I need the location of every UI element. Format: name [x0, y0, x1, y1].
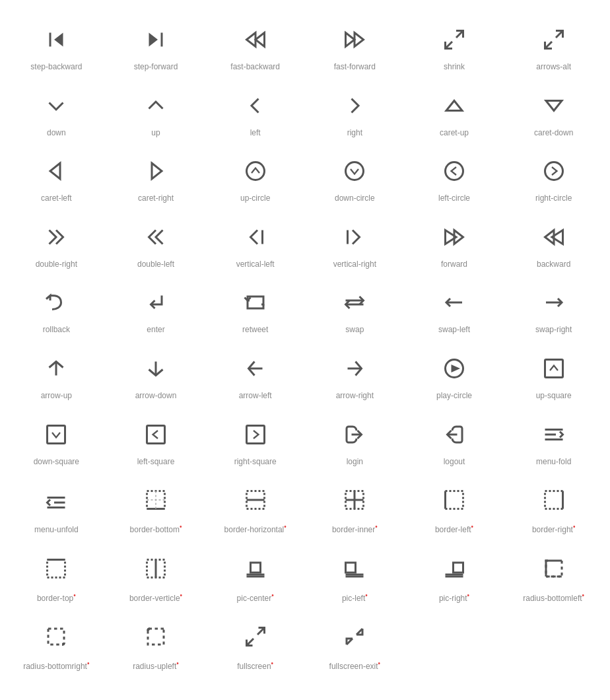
svg-rect-35 — [48, 425, 65, 443]
vertical-left-icon — [244, 221, 267, 253]
left-square-label: left-square — [137, 457, 175, 468]
icon-cell-caret-up: caret-up — [405, 79, 504, 145]
icon-cell-fullscreen: fullscreen — [205, 610, 305, 679]
icon-cell-pic-right: pic-right — [405, 542, 504, 611]
double-right-icon — [44, 221, 68, 253]
fast-backward-icon — [244, 24, 267, 55]
svg-rect-55 — [445, 491, 463, 509]
svg-line-11 — [556, 31, 563, 38]
icon-cell-swap-right: swap-right — [504, 276, 603, 342]
menu-fold-icon — [542, 419, 566, 450]
arrow-left-icon — [244, 353, 267, 384]
menu-unfold-icon — [44, 487, 68, 518]
step-forward-label: step-forward — [134, 62, 178, 73]
icon-cell-play-circle: play-circle — [405, 342, 504, 408]
fast-forward-icon — [343, 24, 366, 55]
forward-icon — [442, 221, 466, 253]
icon-cell-fast-forward: fast-forward — [305, 13, 405, 79]
down-square-icon — [44, 419, 68, 450]
radius-bottomright-icon — [44, 621, 68, 652]
caret-left-label: caret-left — [41, 193, 72, 204]
svg-point-18 — [445, 162, 463, 180]
arrows-alt-label: arrows-alt — [536, 62, 571, 73]
play-circle-icon — [442, 353, 466, 384]
logout-icon — [442, 419, 466, 450]
play-circle-label: play-circle — [436, 391, 472, 402]
svg-marker-33 — [451, 365, 460, 372]
enter-icon — [144, 287, 168, 318]
svg-rect-34 — [545, 359, 562, 377]
icon-cell-up-circle: up-circle — [205, 145, 305, 211]
right-label: right — [347, 128, 362, 139]
border-top-label: border-top — [37, 591, 76, 604]
radius-upleft-icon — [144, 621, 168, 652]
rollback-icon — [44, 287, 68, 318]
pic-center-icon — [244, 553, 267, 584]
icon-cell-border-verticle: border-verticle — [106, 542, 206, 611]
icon-cell-arrow-left: arrow-left — [205, 342, 305, 408]
icon-cell-right-square: right-square — [205, 408, 305, 474]
icon-cell-menu-unfold: menu-unfold — [7, 473, 106, 542]
icon-cell-logout: logout — [405, 408, 504, 474]
forward-label: forward — [441, 260, 467, 270]
svg-marker-6 — [346, 33, 355, 47]
border-left-label: border-left — [435, 522, 473, 536]
radius-bottomleft-label: radius-bottomleft — [523, 591, 584, 604]
svg-line-72 — [257, 628, 265, 635]
border-inner-label: border-inner — [332, 522, 378, 536]
icon-cell-down-circle: down-circle — [305, 145, 405, 211]
swap-label: swap — [345, 325, 364, 335]
login-icon — [343, 419, 366, 450]
backward-label: backward — [537, 260, 570, 270]
fast-forward-label: fast-forward — [334, 62, 376, 73]
border-verticle-icon — [144, 553, 168, 584]
right-circle-label: right-circle — [535, 193, 572, 204]
backward-icon — [542, 221, 566, 253]
double-left-icon — [144, 221, 168, 253]
border-bottom-icon — [144, 484, 168, 516]
up-square-icon — [542, 353, 566, 384]
right-square-label: right-square — [234, 457, 277, 468]
left-label: left — [250, 128, 261, 139]
border-right-icon — [542, 484, 566, 516]
fast-backward-label: fast-backward — [230, 62, 280, 73]
arrow-left-label: arrow-left — [239, 391, 272, 402]
down-circle-icon — [343, 155, 366, 187]
svg-line-10 — [545, 42, 552, 49]
svg-point-16 — [246, 162, 264, 180]
icon-cell-up-square: up-square — [504, 342, 603, 408]
arrow-right-icon — [343, 353, 366, 384]
up-circle-icon — [244, 155, 267, 187]
border-top-icon — [44, 553, 68, 584]
svg-line-8 — [456, 31, 463, 38]
up-square-label: up-square — [536, 391, 572, 402]
icon-cell-arrow-up: arrow-up — [7, 342, 106, 408]
icon-cell-retweet: retweet — [205, 276, 305, 342]
caret-up-label: caret-up — [440, 128, 469, 139]
svg-rect-63 — [250, 563, 260, 573]
retweet-icon — [244, 287, 267, 318]
menu-fold-label: menu-fold — [536, 457, 571, 468]
caret-down-icon — [542, 90, 566, 122]
menu-unfold-label: menu-unfold — [34, 525, 79, 536]
arrow-up-icon — [44, 353, 68, 384]
icon-cell-left-square: left-square — [106, 408, 206, 474]
arrow-up-label: arrow-up — [41, 391, 72, 402]
icon-cell-border-horizontal: border-horizontal — [205, 473, 305, 542]
vertical-right-label: vertical-right — [333, 260, 376, 270]
icon-cell-left-circle: left-circle — [405, 145, 504, 211]
svg-marker-3 — [149, 33, 158, 47]
icon-cell-backward: backward — [504, 211, 603, 277]
down-circle-label: down-circle — [335, 193, 375, 204]
svg-marker-13 — [546, 100, 562, 110]
border-inner-icon — [343, 484, 366, 516]
swap-left-label: swap-left — [438, 325, 470, 335]
icon-cell-shrink: shrink — [405, 13, 504, 79]
swap-right-label: swap-right — [535, 325, 572, 335]
step-backward-icon — [44, 24, 68, 55]
step-backward-label: step-backward — [30, 62, 82, 73]
pic-center-label: pic-center — [237, 591, 274, 604]
left-circle-icon — [442, 155, 466, 187]
icon-cell-arrow-right: arrow-right — [305, 342, 405, 408]
icon-cell-swap-left: swap-left — [405, 276, 504, 342]
